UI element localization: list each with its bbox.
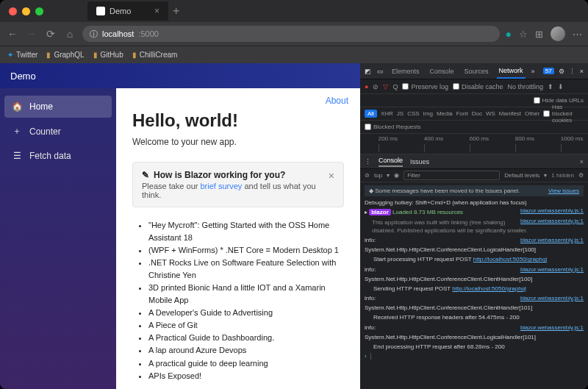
minimize-window-button[interactable] (22, 7, 30, 15)
tab-console[interactable]: Console (428, 65, 456, 78)
menu-button[interactable]: ⋯ (573, 29, 582, 40)
filter-other[interactable]: Other (525, 110, 539, 117)
console-output[interactable]: ◆ Some messages have been moved to the I… (360, 182, 588, 389)
url-input[interactable]: ⓘ localhost:5000 (82, 26, 500, 42)
drawer-close-button[interactable]: × (580, 158, 584, 165)
address-bar: ← → ⟳ ⌂ ⓘ localhost:5000 ● ☆ ⊞ ⋯ (0, 22, 588, 46)
record-button[interactable]: ● (365, 83, 368, 90)
network-toolbar: ● ⊘ ▽ Q Preserve log Disable cache No th… (360, 79, 588, 94)
upload-icon[interactable]: ⬆ (548, 83, 553, 90)
clear-button[interactable]: ⊘ (373, 83, 379, 90)
profile-avatar[interactable] (551, 26, 565, 41)
close-window-button[interactable] (9, 7, 17, 15)
search-icon[interactable]: Q (392, 83, 398, 90)
devtools-tabs: ◩ ▭ Elements Console Sources Network » 5… (360, 63, 588, 79)
forward-button[interactable]: → (25, 28, 38, 40)
collections-button[interactable]: ⊞ (535, 29, 543, 40)
preserve-log-checkbox[interactable]: Preserve log (402, 83, 448, 90)
blocked-requests-checkbox[interactable]: Blocked Requests (365, 124, 420, 130)
bookmark-chillicream[interactable]: ▮ChilliCream (132, 51, 178, 59)
filter-xhr[interactable]: XHR (381, 110, 393, 117)
nav-fetchdata[interactable]: ☰Fetch data (4, 145, 112, 167)
twitter-icon: ✦ (7, 51, 13, 59)
warning-count[interactable]: 57 (543, 68, 554, 74)
post-item: A lap around Azure Devops (148, 344, 344, 357)
inspect-icon[interactable]: ◩ (365, 68, 371, 75)
filter-manifest[interactable]: Manifest (499, 110, 521, 117)
network-timeline[interactable]: 200 ms400 ms600 ms800 ms1000 ms (360, 134, 588, 154)
hide-data-urls-checkbox[interactable]: Hide data URLs (534, 97, 584, 104)
tab-title: Demo (110, 7, 131, 15)
filter-ws[interactable]: WS (486, 110, 495, 117)
nav-counter[interactable]: ＋Counter (4, 119, 112, 143)
survey-link[interactable]: brief survey (201, 182, 243, 190)
tabs-overflow[interactable]: » (531, 68, 535, 75)
tab-sources[interactable]: Sources (462, 65, 491, 78)
home-button[interactable]: ⌂ (63, 28, 76, 40)
filter-all[interactable]: All (365, 110, 377, 118)
tab-network[interactable]: Network (497, 64, 526, 79)
bookmarks-bar: ✦Twitter ▮GraphQL ▮GitHub ▮ChilliCream (0, 46, 588, 63)
eye-icon[interactable]: ◉ (394, 172, 399, 179)
filter-font[interactable]: Font (456, 110, 468, 117)
bookmark-graphql[interactable]: ▮GraphQL (46, 51, 84, 59)
nav-home[interactable]: 🏠Home (4, 96, 112, 118)
download-icon[interactable]: ⬇ (558, 83, 564, 90)
post-item: A Piece of Git (148, 319, 344, 332)
about-link[interactable]: About (326, 96, 348, 106)
content-split: Demo 🏠Home ＋Counter ☰Fetch data About He… (0, 63, 588, 389)
extension-icon[interactable]: ● (506, 28, 512, 40)
timeline-tick: 1000 ms (561, 135, 584, 142)
more-icon[interactable]: ⋮ (569, 68, 576, 75)
console-filter-bar: ⊘ top ▾ ◉ Filter Default levels▾ 1 hidde… (360, 169, 588, 182)
timeline-tick: 200 ms (379, 135, 398, 142)
context-select[interactable]: top (374, 172, 382, 179)
maximize-window-button[interactable] (35, 7, 43, 15)
request-type-filter: All XHR JS CSS Img Media Font Doc WS Man… (360, 107, 588, 121)
device-icon[interactable]: ▭ (377, 68, 384, 75)
blazor-app: Demo 🏠Home ＋Counter ☰Fetch data About He… (0, 63, 360, 389)
gear-icon[interactable]: ⚙ (578, 172, 584, 179)
filter-doc[interactable]: Doc (472, 110, 482, 117)
clear-console-button[interactable]: ⊘ (365, 172, 370, 179)
app-brand[interactable]: Demo (0, 63, 360, 88)
site-info-icon[interactable]: ⓘ (90, 29, 98, 40)
browser-tab[interactable]: Demo × (87, 1, 168, 21)
drawer-toggle[interactable]: ⋮ (365, 158, 371, 165)
reload-button[interactable]: ⟳ (44, 28, 57, 40)
timeline-tick: 600 ms (470, 135, 489, 142)
main-content: About Hello, world! Welcome to your new … (116, 88, 360, 389)
page-heading: Hello, world! (132, 110, 344, 131)
filter-img[interactable]: Img (423, 110, 433, 117)
drawer-issues-tab[interactable]: Issues (410, 158, 429, 165)
bookmark-github[interactable]: ▮GitHub (93, 51, 123, 59)
levels-select[interactable]: Default levels (504, 172, 539, 179)
post-item: (WPF + WinForms) * .NET Core = Modern De… (148, 244, 344, 257)
filter-media[interactable]: Media (437, 110, 453, 117)
drawer-tabs: ⋮ Console Issues × (360, 154, 588, 169)
view-issues-link[interactable]: View issues (548, 187, 579, 195)
new-tab-button[interactable]: + (173, 4, 179, 18)
back-button[interactable]: ← (6, 28, 19, 40)
survey-close-button[interactable]: × (329, 170, 334, 182)
tab-close-button[interactable]: × (154, 6, 159, 16)
issues-banner: ◆ Some messages have been moved to the I… (365, 185, 584, 196)
throttling-select[interactable]: No throttling (508, 83, 544, 90)
drawer-console-tab[interactable]: Console (379, 157, 403, 167)
post-item: 3D printed Bionic Hand a little IOT and … (148, 282, 344, 307)
devtools-close-button[interactable]: × (580, 68, 584, 75)
tab-elements[interactable]: Elements (390, 65, 422, 78)
favorite-button[interactable]: ☆ (519, 29, 528, 40)
post-item: APIs Exposed! (148, 370, 344, 382)
toolbar-actions: ● ☆ ⊞ ⋯ (506, 26, 582, 41)
bookmark-twitter[interactable]: ✦Twitter (7, 51, 37, 59)
tab-favicon (96, 7, 105, 15)
post-item: A Developer's Guide to Advertising (148, 307, 344, 319)
filter-js[interactable]: JS (397, 110, 404, 117)
filter-css[interactable]: CSS (407, 110, 419, 117)
disable-cache-checkbox[interactable]: Disable cache (453, 83, 503, 90)
console-filter-input[interactable]: Filter (404, 171, 500, 180)
folder-icon: ▮ (93, 51, 98, 59)
settings-icon[interactable]: ⚙ (559, 68, 564, 75)
filter-toggle[interactable]: ▽ (383, 83, 388, 90)
